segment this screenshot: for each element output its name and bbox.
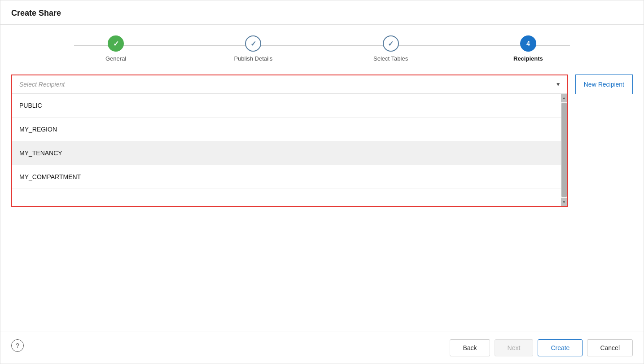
- dropdown-scrollbar: ▲ ▼: [561, 94, 567, 206]
- step-checkmark-publish: ✓: [250, 39, 256, 48]
- select-recipient-placeholder[interactable]: Select Recipient: [12, 75, 549, 93]
- scroll-thumb: [561, 103, 567, 197]
- dropdown-scroll-wrapper: PUBLIC MY_REGION MY_TENANCY MY_COMPARTME…: [12, 94, 567, 206]
- step-label-select-tables: Select Tables: [373, 55, 408, 62]
- step-circle-general: ✓: [108, 35, 124, 52]
- scroll-up-button[interactable]: ▲: [561, 94, 567, 102]
- step-checkmark-tables: ✓: [388, 39, 394, 48]
- dialog-body: ✓ General ✓ Publish Details ✓ Select Tab…: [0, 25, 644, 332]
- dialog-title: Create Share: [11, 9, 61, 18]
- step-circle-recipients: 4: [520, 35, 536, 52]
- dropdown-option-my-region[interactable]: MY_REGION: [12, 118, 561, 141]
- step-label-publish-details: Publish Details: [234, 55, 272, 62]
- dropdown-option-my-tenancy[interactable]: MY_TENANCY: [12, 141, 561, 165]
- create-share-dialog: Create Share ✓ General ✓ Publish Details: [0, 0, 644, 364]
- step-publish-details: ✓ Publish Details: [184, 35, 322, 62]
- cancel-button[interactable]: Cancel: [587, 339, 633, 356]
- step-label-general: General: [105, 55, 126, 62]
- step-circle-publish-details: ✓: [245, 35, 261, 52]
- step-circle-select-tables: ✓: [383, 35, 399, 52]
- step-checkmark-general: ✓: [113, 39, 119, 48]
- step-general: ✓ General: [47, 35, 184, 62]
- next-button[interactable]: Next: [495, 339, 534, 356]
- step-label-recipients: Recipients: [513, 55, 543, 62]
- step-number-recipients: 4: [526, 40, 530, 47]
- step-recipients: 4 Recipients: [460, 35, 597, 62]
- create-button[interactable]: Create: [538, 339, 583, 356]
- dropdown-list: PUBLIC MY_REGION MY_TENANCY MY_COMPARTME…: [12, 94, 561, 206]
- dialog-header: Create Share: [0, 0, 644, 25]
- dropdown-option-my-compartment[interactable]: MY_COMPARTMENT: [12, 165, 561, 189]
- stepper: ✓ General ✓ Publish Details ✓ Select Tab…: [11, 35, 633, 62]
- new-recipient-button[interactable]: New Recipient: [575, 75, 633, 94]
- scroll-down-button[interactable]: ▼: [561, 198, 567, 206]
- recipients-panel: Select Recipient ▼ PUBLIC MY_REGION MY_T…: [11, 75, 568, 207]
- dropdown-option-public[interactable]: PUBLIC: [12, 94, 561, 118]
- select-recipient-container[interactable]: Select Recipient ▼: [12, 75, 567, 94]
- content-area: Select Recipient ▼ PUBLIC MY_REGION MY_T…: [11, 75, 633, 332]
- back-button[interactable]: Back: [450, 339, 490, 356]
- dropdown-arrow-icon[interactable]: ▼: [549, 81, 567, 88]
- help-icon[interactable]: ?: [11, 339, 24, 352]
- dialog-footer: ? Back Next Create Cancel: [0, 332, 644, 364]
- step-select-tables: ✓ Select Tables: [322, 35, 460, 62]
